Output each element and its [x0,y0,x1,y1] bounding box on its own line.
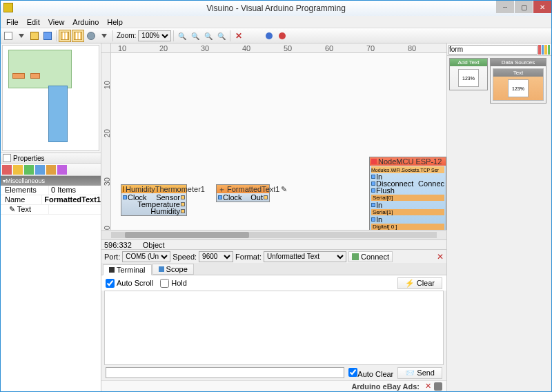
prop-tool-2[interactable] [13,165,23,175]
palette-filter[interactable] [448,45,538,55]
connect-button[interactable]: Connect [348,251,393,262]
menu-help[interactable]: Help [103,17,127,27]
prop-tool-6[interactable] [57,165,67,175]
palette-tool-2[interactable] [542,45,544,55]
ruler-horizontal: 1020 3040 5060 7080 [111,43,446,52]
prop-category[interactable]: Miscellaneous [1,176,101,186]
palette-tool-4[interactable] [548,45,551,55]
prop-tool-1[interactable] [2,165,12,175]
send-icon: 📨 [405,369,415,378]
palette-chip[interactable]: 123% [508,79,529,97]
prop-row[interactable]: NameFormattedText1 [1,195,101,205]
node-nodemcu[interactable]: NodeMCU ESP-12 Modules.WiFi.Sockets.TCP … [369,157,446,230]
zoom-in-button[interactable] [176,30,188,42]
menu-edit[interactable]: Edit [23,17,44,27]
delete-button[interactable]: ✕ [233,30,245,42]
tab-terminal[interactable]: Terminal [103,264,152,275]
zoom-sel-icon [217,32,226,40]
status-bar: 596:332 Object [101,239,446,249]
tab-scope[interactable]: Scope [152,264,194,275]
scope-icon [159,266,164,272]
palette-tool-1[interactable] [538,45,541,55]
node-formattedtext[interactable]: ＋FormattedText1✎ ClockOut [216,184,270,202]
menu-arduino[interactable]: Arduino [68,17,103,27]
terminal-icon [109,267,115,273]
close-serial-button[interactable]: ✕ [437,252,444,262]
center-panel: 1020 3040 5060 7080 1020 3040 HumidityTh… [101,43,446,391]
right-panel: Add Text 123% Data Sources Text 123% [446,43,551,391]
zoom-fit-button[interactable] [202,30,215,42]
minimap[interactable] [2,45,99,151]
new-dropdown[interactable] [15,30,28,42]
zoom-out-button[interactable] [189,30,201,42]
minimize-button[interactable]: ╌ [496,1,514,13]
zoom-select[interactable]: 100% [138,30,171,41]
delete-icon: ✕ [235,31,242,41]
open-button[interactable] [28,30,41,42]
globe-button[interactable] [263,30,275,42]
save-button[interactable] [41,30,54,42]
maximize-button[interactable]: ▢ [515,1,533,13]
globe-icon [266,32,273,39]
settings-dropdown[interactable] [98,30,110,42]
speed-label: Speed: [172,253,197,261]
canvas-hscroll[interactable] [101,230,446,239]
prop-tool-3[interactable] [24,165,34,175]
palette-tool-3[interactable] [544,45,547,55]
canvas[interactable]: HumidityThermometer1 ClockSensor Tempera… [111,53,446,230]
prop-tool-4[interactable] [35,165,45,175]
snap-button[interactable] [72,30,84,42]
ruler-vertical: 1020 3040 [101,53,111,230]
zoom-out-icon [191,32,199,40]
palette-chip[interactable]: 123% [458,69,479,87]
hold-checkbox[interactable]: Hold [160,279,187,288]
clear-button[interactable]: ⚡Clear [397,277,442,289]
connect-icon [352,253,359,260]
speed-select[interactable]: 9600 [199,251,233,262]
autoclear-checkbox[interactable]: Auto Clear [348,368,393,378]
prop-row[interactable]: Elements0 Items [1,186,101,195]
menu-view[interactable]: View [44,17,69,27]
upload-icon [279,32,286,39]
app-icon [3,3,13,12]
format-label: Format: [235,253,262,261]
send-button[interactable]: 📨Send [397,367,442,379]
upload-button[interactable] [276,30,288,42]
zoom-fit-icon [204,32,213,40]
ads-close-button[interactable]: ✕ [425,382,431,391]
property-grid: Elements0 Items NameFormattedText1 ✎ Tex… [1,186,101,391]
palette-datasources[interactable]: Data Sources Text 123% [490,58,546,104]
port-label: Port: [104,253,120,261]
terminal-output[interactable] [104,291,444,365]
window-title: Visuino - Visual Arduino Programming [206,3,346,13]
menu-file[interactable]: File [2,17,23,27]
close-button[interactable]: ✕ [533,1,551,13]
zoom-label: Zoom: [117,32,136,39]
port-select[interactable]: COM5 (Unava [122,251,170,262]
send-input[interactable] [106,367,344,378]
left-panel: Properties Miscellaneous Elements0 Items… [1,43,101,391]
format-select[interactable]: Unformatted Text [264,251,346,262]
main-toolbar: Zoom: 100% ✕ [1,28,551,43]
properties-toolbar [1,164,101,176]
zoom-sel-button[interactable] [215,30,228,42]
autoscroll-checkbox[interactable]: Auto Scroll [106,279,153,288]
status-coords: 596:332 [104,241,132,249]
settings-button[interactable] [85,30,97,42]
ads-settings-button[interactable] [434,382,442,391]
prop-tool-5[interactable] [46,165,56,175]
clear-icon: ⚡ [405,279,415,288]
ads-label: Arduino eBay Ads: [351,382,420,391]
titlebar: Visuino - Visual Arduino Programming ╌ ▢… [1,1,551,16]
properties-tab[interactable]: Properties [1,153,101,164]
node-humidity[interactable]: HumidityThermometer1 ClockSensor Tempera… [121,184,187,216]
prop-row[interactable]: ✎ Text [1,205,101,215]
palette-addtext[interactable]: Add Text 123% [449,58,488,90]
status-mode: Object [143,241,165,249]
serial-panel: Port: COM5 (Unava Speed: 9600 Format: Un… [101,249,446,391]
grid-button[interactable] [59,30,71,42]
zoom-in-icon [178,32,186,40]
new-button[interactable] [2,30,14,42]
menu-bar: File Edit View Arduino Help [1,16,551,28]
